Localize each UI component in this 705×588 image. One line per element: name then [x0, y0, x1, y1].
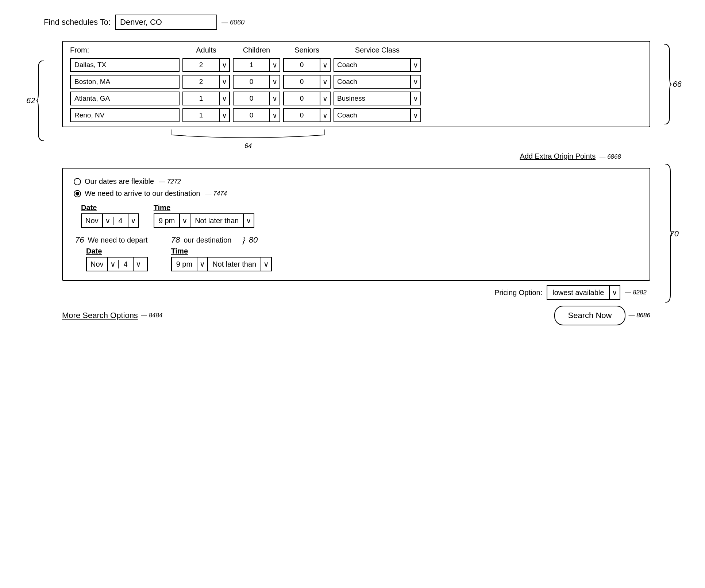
table-row: Boston, MA 2 ∨ 0 ∨ 0 ∨ Coach ∨	[69, 75, 644, 89]
arrive-radio[interactable]	[74, 190, 81, 197]
children-select-3[interactable]: 0 ∨	[233, 92, 280, 105]
depart-dest-label: our destination	[184, 236, 231, 244]
from-field-1[interactable]: Dallas, TX	[70, 58, 180, 72]
pricing-label: Pricing Option:	[494, 289, 542, 297]
service-class-header: Service Class	[334, 46, 421, 54]
add-origin-link[interactable]: Add Extra Origin Points	[520, 152, 596, 160]
search-now-button[interactable]: Search Now	[554, 306, 626, 325]
datetime-box: Our dates are flexible — 7272 We need to…	[62, 168, 650, 281]
depart-label: We need to depart	[88, 236, 147, 244]
destination-label: Find schedules To:	[44, 18, 111, 27]
arrive-time-label: Time	[154, 204, 255, 212]
children-select-1[interactable]: 1 ∨	[233, 58, 280, 72]
arrive-label: We need to arrive to our destination	[85, 189, 200, 198]
depart-date-section: Date Nov ∨ 4 ∨	[86, 247, 148, 271]
children-select-2[interactable]: 0 ∨	[233, 75, 280, 89]
arrive-date-input[interactable]: Nov ∨ 4 ∨	[81, 213, 139, 228]
adults-select-4[interactable]: 1 ∨	[182, 108, 230, 122]
annotation-78: 78	[171, 235, 180, 245]
pricing-row: Pricing Option: lowest available ∨ — 828…	[62, 285, 650, 300]
annotation-60: — 6060	[221, 19, 244, 26]
annotation-84: — 8484	[141, 312, 163, 319]
arrive-time-input[interactable]: 9 pm ∨	[154, 213, 190, 228]
arrive-time-section: Time 9 pm ∨ Not later than ∨	[154, 204, 255, 228]
bracket-66-symbol: 66	[660, 42, 671, 127]
column-headers: From: Adults Children Seniors Service Cl…	[69, 46, 644, 54]
table-row: Atlanta, GA 1 ∨ 0 ∨ 0 ∨ Business ∨	[69, 92, 644, 105]
depart-time-label: Time	[171, 247, 272, 255]
annotation-66: 66	[673, 80, 682, 89]
bracket-64-area: 64	[172, 129, 325, 150]
flexible-radio[interactable]	[74, 178, 81, 185]
annotation-72: — 7272	[159, 178, 181, 185]
table-row: Reno, NV 1 ∨ 0 ∨ 0 ∨ Coach ∨	[69, 108, 644, 122]
children-header: Children	[233, 46, 280, 54]
annotation-86: — 8686	[628, 312, 650, 319]
seniors-header: Seniors	[283, 46, 331, 54]
annotation-62: 62	[26, 96, 35, 105]
more-search-link[interactable]: More Search Options	[62, 311, 138, 320]
seniors-select-1[interactable]: 0 ∨	[283, 58, 331, 72]
from-header: From:	[70, 46, 180, 54]
flexible-label: Our dates are flexible	[85, 177, 154, 186]
pricing-select[interactable]: lowest available ∨	[547, 285, 620, 300]
annotation-70: 70	[670, 229, 679, 239]
adults-header: Adults	[182, 46, 230, 54]
annotation-80: }	[242, 235, 245, 245]
arrive-date-section: Date Nov ∨ 4 ∨	[81, 204, 139, 228]
service-class-select-4[interactable]: Coach ∨	[334, 108, 421, 122]
from-field-2[interactable]: Boston, MA	[70, 75, 180, 89]
service-class-select-2[interactable]: Coach ∨	[334, 75, 421, 89]
flexible-radio-row: Our dates are flexible — 7272	[74, 177, 639, 186]
adults-select-1[interactable]: 2 ∨	[182, 58, 230, 72]
from-field-3[interactable]: Atlanta, GA	[70, 92, 180, 105]
bottom-actions: More Search Options — 8484 Search Now — …	[62, 306, 650, 325]
depart-time-input[interactable]: 9 pm ∨	[171, 257, 208, 271]
annotation-68: — 6868	[599, 153, 621, 160]
annotation-74: — 7474	[205, 190, 227, 197]
children-select-4[interactable]: 0 ∨	[233, 108, 280, 122]
depart-time-section: Time 9 pm ∨ Not later than ∨	[171, 247, 272, 271]
arrive-radio-row: We need to arrive to our destination — 7…	[74, 189, 639, 198]
annotation-80-num: 80	[249, 235, 258, 245]
service-class-select-1[interactable]: Coach ∨	[334, 58, 421, 72]
annotation-76: 76	[75, 235, 84, 245]
adults-select-2[interactable]: 2 ∨	[182, 75, 230, 89]
from-field-4[interactable]: Reno, NV	[70, 108, 180, 122]
bracket-62-symbol: 62	[36, 41, 47, 160]
service-class-select-3[interactable]: Business ∨	[334, 92, 421, 105]
depart-qualifier-input[interactable]: Not later than ∨	[208, 257, 272, 271]
arrive-date-label: Date	[81, 204, 139, 212]
annotation-64: 64	[172, 142, 325, 150]
table-row: Dallas, TX 2 ∨ 1 ∨ 0 ∨ Coach ∨	[69, 58, 644, 72]
depart-date-input[interactable]: Nov ∨ 4 ∨	[86, 257, 148, 271]
seniors-select-3[interactable]: 0 ∨	[283, 92, 331, 105]
adults-select-3[interactable]: 1 ∨	[182, 92, 230, 105]
add-origin-row: Add Extra Origin Points — 6868	[62, 152, 650, 160]
seniors-select-4[interactable]: 0 ∨	[283, 108, 331, 122]
rows-container: 66 From: Adults Children Seniors Service…	[62, 41, 650, 127]
destination-input[interactable]	[115, 15, 217, 30]
annotation-82: — 8282	[625, 289, 647, 296]
seniors-select-2[interactable]: 0 ∨	[283, 75, 331, 89]
arrive-qualifier-input[interactable]: Not later than ∨	[190, 213, 254, 228]
depart-date-label: Date	[86, 247, 148, 255]
